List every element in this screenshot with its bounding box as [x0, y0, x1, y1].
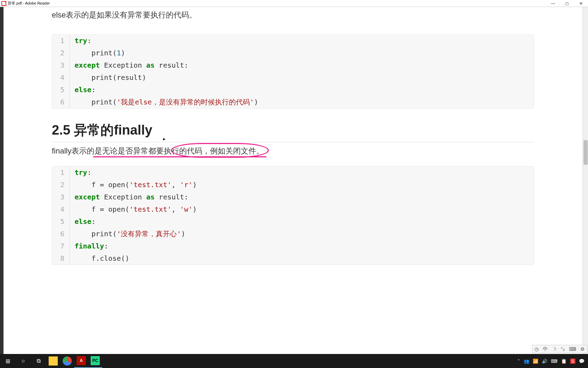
taskbar-app-adobe[interactable]: A [74, 354, 88, 368]
code-line: 2 print(1) [52, 47, 534, 59]
window-controls: — ◻ ✕ [546, 0, 588, 7]
tray-ime-icon[interactable]: ⌨ [551, 359, 558, 364]
taskbar: ⊞ ○ ⧉ A PC ˄ 👥 📶 🔊 ⌨ 📋 S 💬 [0, 354, 588, 368]
code-content: else: [70, 84, 96, 96]
code-line: 5else: [52, 216, 534, 228]
line-number: 2 [52, 179, 70, 191]
taskbar-app-chrome[interactable] [60, 354, 74, 368]
window-title: 异常.pdf - Adobe Reader [8, 1, 50, 6]
cortana-button[interactable]: ○ [15, 354, 31, 368]
code-line: 2 f = open('test.txt', 'r') [52, 179, 534, 191]
code-line: 6 print('我是else，是没有异常的时候执行的代码') [52, 96, 534, 108]
line-number: 5 [52, 84, 70, 96]
line-number: 5 [52, 216, 70, 228]
tray-people-icon[interactable]: 👥 [524, 359, 529, 364]
taskbar-app-pycharm[interactable]: PC [88, 354, 102, 368]
code-line: 5else: [52, 84, 534, 96]
code-content: except Exception as result: [70, 191, 188, 203]
line-number: 2 [52, 47, 70, 59]
line-number: 1 [52, 166, 70, 179]
tray-sogou-icon[interactable]: S [570, 359, 575, 364]
code-line: 1try: [52, 35, 534, 47]
reader-widgets: ◷ 中 ☽ °₀ ⌨ ⚙ [532, 345, 587, 353]
tray-action-icon[interactable]: 💬 [579, 359, 584, 364]
code-line: 8 f.close() [52, 252, 534, 265]
document-area: else表示的是如果没有异常要执行的代码。 1try:2 print(1)3ex… [0, 7, 588, 354]
system-tray: ˄ 👥 📶 🔊 ⌨ 📋 S 💬 [518, 359, 588, 364]
tray-chevron-icon[interactable]: ˄ [518, 359, 520, 364]
maximize-button[interactable]: ◻ [560, 0, 574, 7]
temperature-icon[interactable]: °₀ [561, 346, 565, 352]
code-content: finally: [70, 240, 108, 252]
code-line: 7finally: [52, 240, 534, 252]
line-number: 8 [52, 252, 70, 265]
chrome-icon [63, 356, 72, 366]
tray-network-icon[interactable]: 📶 [533, 359, 538, 364]
clock-icon[interactable]: ◷ [534, 346, 539, 352]
code-content: print('我是else，是没有异常的时候执行的代码') [70, 96, 258, 108]
page-shadow-left [0, 7, 4, 354]
vertical-scrollbar[interactable] [582, 7, 588, 354]
hand-drawn-underline-annotation [93, 156, 266, 157]
line-number: 6 [52, 96, 70, 108]
code-line: 6 print('没有异常，真开心') [52, 228, 534, 240]
code-content: f.close() [70, 252, 130, 265]
line-number: 4 [52, 203, 70, 216]
code-line: 3except Exception as result: [52, 59, 534, 71]
taskbar-app-explorer[interactable] [46, 354, 60, 368]
code-content: print('没有异常，真开心') [70, 228, 186, 240]
line-number: 4 [52, 71, 70, 84]
code-line: 4 print(result) [52, 71, 534, 84]
keyboard-icon[interactable]: ⌨ [569, 346, 576, 352]
code-line: 3except Exception as result: [52, 191, 534, 203]
close-button[interactable]: ✕ [574, 0, 588, 7]
pdf-icon [1, 1, 6, 6]
code-content: except Exception as result: [70, 59, 188, 71]
taskview-button[interactable]: ⧉ [31, 354, 46, 368]
code-content: f = open('test.txt', 'r') [70, 179, 197, 191]
titlebar: 异常.pdf - Adobe Reader — ◻ ✕ [0, 0, 588, 7]
line-number: 1 [52, 35, 70, 47]
tray-clipboard-icon[interactable]: 📋 [561, 359, 567, 364]
code-content: else: [70, 216, 96, 228]
minimize-button[interactable]: — [546, 0, 560, 7]
moon-icon[interactable]: ☽ [552, 346, 556, 352]
gear-icon[interactable]: ⚙ [580, 346, 585, 352]
code-content: f = open('test.txt', 'w') [70, 203, 197, 216]
pdf-page[interactable]: else表示的是如果没有异常要执行的代码。 1try:2 print(1)3ex… [4, 7, 582, 354]
section-heading: 2.5 异常的finally [52, 121, 534, 142]
code-content: print(1) [70, 47, 125, 59]
line-number: 3 [52, 59, 70, 71]
tray-volume-icon[interactable]: 🔊 [542, 359, 547, 364]
code-content: try: [70, 166, 91, 179]
body-text-content: finally表示的是无论是否异常都要执行的代码，例如关闭文件。 [52, 146, 264, 155]
code-line: 4 f = open('test.txt', 'w') [52, 203, 534, 216]
start-button[interactable]: ⊞ [0, 354, 15, 368]
intro-text: else表示的是如果没有异常要执行的代码。 [52, 10, 534, 20]
folder-icon [49, 356, 58, 366]
line-number: 7 [52, 240, 70, 252]
scroll-thumb[interactable] [583, 140, 588, 165]
code-content: try: [70, 35, 91, 47]
code-block-1: 1try:2 print(1)3except Exception as resu… [52, 34, 534, 109]
line-number: 6 [52, 228, 70, 240]
code-line: 1try: [52, 166, 534, 179]
code-block-2: 1try:2 f = open('test.txt', 'r')3except … [52, 166, 534, 265]
body-text: finally表示的是无论是否异常都要执行的代码，例如关闭文件。 ▸ [52, 146, 534, 156]
line-number: 3 [52, 191, 70, 203]
adobe-icon: A [77, 356, 86, 365]
pycharm-icon: PC [91, 356, 100, 365]
code-content: print(result) [70, 71, 146, 84]
ime-zh-icon[interactable]: 中 [543, 346, 548, 352]
